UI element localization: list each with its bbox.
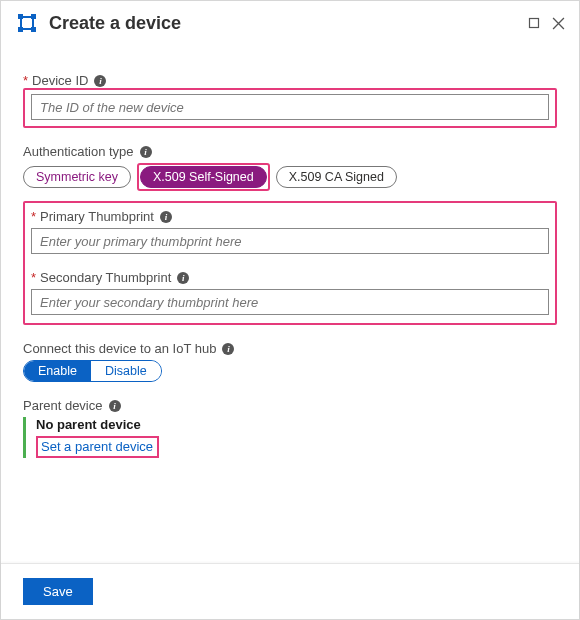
info-icon[interactable]: i (109, 400, 121, 412)
parent-device-none: No parent device (36, 417, 557, 432)
info-icon[interactable]: i (140, 146, 152, 158)
device-id-input[interactable] (31, 94, 549, 120)
create-device-panel: Create a device * Device ID i Authentica… (0, 0, 580, 620)
secondary-thumb-label-row: * Secondary Thumbprint i (31, 270, 549, 285)
auth-type-label-row: Authentication type i (23, 144, 557, 159)
footer: Save (1, 563, 579, 619)
svg-rect-6 (32, 18, 34, 28)
required-asterisk: * (31, 209, 36, 224)
connect-hub-label-row: Connect this device to an IoT hub i (23, 341, 557, 356)
primary-thumb-label: Primary Thumbprint (40, 209, 154, 224)
restore-window-icon[interactable] (527, 16, 541, 30)
svg-rect-4 (20, 18, 22, 28)
panel-title: Create a device (49, 13, 517, 34)
titlebar: Create a device (1, 1, 579, 45)
parent-device-label: Parent device (23, 398, 103, 413)
primary-thumb-label-row: * Primary Thumbprint i (31, 209, 549, 224)
svg-rect-7 (22, 28, 32, 30)
auth-type-label: Authentication type (23, 144, 134, 159)
device-id-label-row: * Device ID i (23, 73, 557, 88)
auth-option-x509-self[interactable]: X.509 Self-Signed (140, 166, 267, 188)
close-icon[interactable] (551, 16, 565, 30)
parent-device-label-row: Parent device i (23, 398, 557, 413)
set-parent-highlight: Set a parent device (36, 436, 159, 458)
form-body: * Device ID i Authentication type i Symm… (1, 45, 579, 458)
save-button[interactable]: Save (23, 578, 93, 605)
auth-option-x509-self-highlight: X.509 Self-Signed (137, 163, 270, 191)
info-icon[interactable]: i (222, 343, 234, 355)
secondary-thumb-label: Secondary Thumbprint (40, 270, 171, 285)
required-asterisk: * (31, 270, 36, 285)
auth-option-symmetric[interactable]: Symmetric key (23, 166, 131, 188)
primary-thumb-input[interactable] (31, 228, 549, 254)
info-icon[interactable]: i (177, 272, 189, 284)
device-logo-icon (15, 11, 39, 35)
svg-rect-5 (22, 16, 32, 18)
connect-hub-disable[interactable]: Disable (91, 361, 161, 381)
svg-rect-8 (530, 19, 539, 28)
secondary-thumb-input[interactable] (31, 289, 549, 315)
thumbprints-highlight: * Primary Thumbprint i * Secondary Thumb… (23, 201, 557, 325)
connect-hub-toggle: Enable Disable (23, 360, 162, 382)
device-id-highlight (23, 88, 557, 128)
connect-hub-label: Connect this device to an IoT hub (23, 341, 216, 356)
auth-type-options: Symmetric key X.509 Self-Signed X.509 CA… (23, 163, 557, 191)
parent-device-block: No parent device Set a parent device (23, 417, 557, 458)
info-icon[interactable]: i (160, 211, 172, 223)
set-parent-link[interactable]: Set a parent device (41, 439, 153, 454)
required-asterisk: * (23, 73, 28, 88)
device-id-label: Device ID (32, 73, 88, 88)
info-icon[interactable]: i (94, 75, 106, 87)
auth-option-x509-ca[interactable]: X.509 CA Signed (276, 166, 397, 188)
connect-hub-enable[interactable]: Enable (24, 361, 91, 381)
